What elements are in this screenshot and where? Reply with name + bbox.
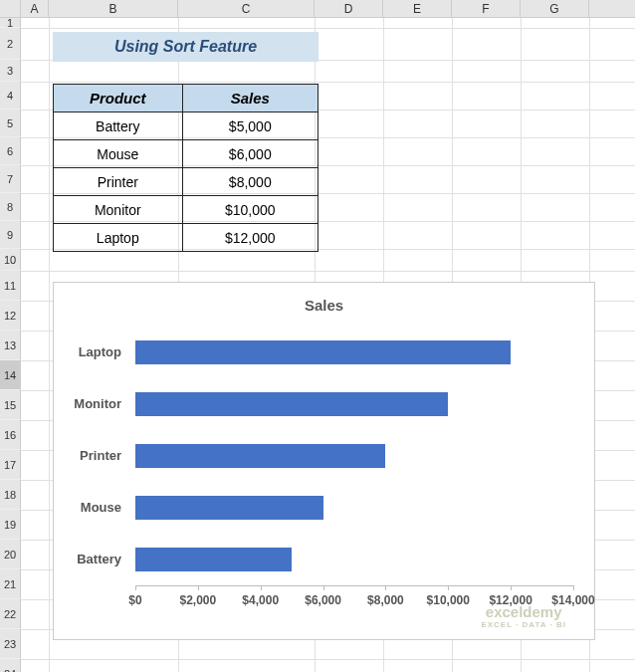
col-header-F[interactable]: F: [452, 0, 521, 17]
chart-category-label: Printer: [54, 448, 121, 463]
chart-bar[interactable]: [135, 496, 323, 520]
chart-category-label: Monitor: [54, 396, 121, 411]
chart-bar[interactable]: [135, 548, 292, 571]
table-row: Laptop$12,000: [54, 224, 318, 252]
table-row: Monitor$10,000: [54, 196, 318, 224]
chart-category-label: Battery: [54, 552, 121, 566]
col-header-B[interactable]: B: [49, 0, 178, 17]
chart-x-tick-label: $2,000: [179, 593, 216, 607]
chart-title: Sales: [54, 297, 594, 314]
spreadsheet-grid: A B C D E F G 12345678910111213141516171…: [0, 0, 635, 672]
cell-product[interactable]: Laptop: [54, 224, 183, 252]
row-header-12[interactable]: 12: [0, 301, 21, 331]
chart-plot-area: [135, 327, 573, 585]
col-header-A[interactable]: A: [21, 0, 49, 17]
row-header-15[interactable]: 15: [0, 390, 21, 420]
watermark-brand: exceldemy: [481, 603, 566, 620]
row-header-21[interactable]: 21: [0, 569, 21, 599]
page-title: Using Sort Feature: [53, 32, 318, 62]
table-row: Mouse$6,000: [54, 140, 318, 168]
chart-x-tick-label: $10,000: [427, 593, 470, 607]
row-header-14[interactable]: 14: [0, 360, 21, 390]
cell-sales[interactable]: $8,000: [182, 168, 318, 196]
bar-chart[interactable]: Sales LaptopMonitorPrinterMouseBattery $…: [53, 282, 595, 640]
cell-sales[interactable]: $5,000: [182, 112, 318, 140]
header-product[interactable]: Product: [54, 85, 183, 112]
row-header-9[interactable]: 9: [0, 221, 21, 249]
table-row: Printer$8,000: [54, 168, 318, 196]
watermark: exceldemy EXCEL · DATA · BI: [481, 603, 566, 629]
cell-product[interactable]: Printer: [54, 168, 183, 196]
row-header-18[interactable]: 18: [0, 480, 21, 510]
row-header-23[interactable]: 23: [0, 629, 21, 659]
col-header-C[interactable]: C: [178, 0, 315, 17]
chart-x-tick-label: $0: [128, 593, 141, 607]
row-header-24[interactable]: 24: [0, 659, 21, 672]
row-header-1[interactable]: 1: [0, 18, 21, 28]
cell-sales[interactable]: $6,000: [182, 140, 318, 168]
chart-x-tick-label: $8,000: [367, 593, 404, 607]
column-header-row: A B C D E F G: [0, 0, 635, 18]
chart-category-label: Laptop: [54, 344, 121, 359]
select-all-corner[interactable]: [0, 0, 21, 17]
row-header-19[interactable]: 19: [0, 510, 21, 540]
row-header-10[interactable]: 10: [0, 249, 21, 271]
chart-x-tick-label: $4,000: [242, 593, 279, 607]
row-header-7[interactable]: 7: [0, 165, 21, 193]
chart-category-label: Mouse: [54, 500, 121, 515]
row-header-16[interactable]: 16: [0, 420, 21, 450]
row-header-4[interactable]: 4: [0, 82, 21, 110]
cell-product[interactable]: Battery: [54, 112, 183, 140]
chart-bar[interactable]: [135, 392, 448, 416]
cell-product[interactable]: Monitor: [54, 196, 183, 224]
col-header-E[interactable]: E: [383, 0, 452, 17]
watermark-sub: EXCEL · DATA · BI: [481, 620, 566, 629]
row-header-8[interactable]: 8: [0, 193, 21, 221]
cell-product[interactable]: Mouse: [54, 140, 183, 168]
chart-bar[interactable]: [135, 444, 385, 468]
cell-sales[interactable]: $12,000: [182, 224, 318, 252]
table-header-row: Product Sales: [54, 85, 318, 112]
col-header-D[interactable]: D: [315, 0, 383, 17]
row-header-3[interactable]: 3: [0, 60, 21, 82]
chart-y-labels: LaptopMonitorPrinterMouseBattery: [54, 327, 129, 585]
chart-x-tick-label: $6,000: [305, 593, 341, 607]
row-header-13[interactable]: 13: [0, 331, 21, 360]
row-header-17[interactable]: 17: [0, 450, 21, 480]
row-header-22[interactable]: 22: [0, 599, 21, 629]
header-sales[interactable]: Sales: [182, 85, 318, 112]
row-header-2[interactable]: 2: [0, 28, 21, 60]
chart-bar[interactable]: [135, 340, 511, 364]
row-header-6[interactable]: 6: [0, 137, 21, 165]
chart-x-axis: [135, 585, 573, 586]
col-header-G[interactable]: G: [521, 0, 589, 17]
cell-sales[interactable]: $10,000: [182, 196, 318, 224]
data-table: Product Sales Battery$5,000Mouse$6,000Pr…: [53, 84, 318, 252]
table-row: Battery$5,000: [54, 112, 318, 140]
row-header-11[interactable]: 11: [0, 271, 21, 301]
row-header-20[interactable]: 20: [0, 540, 21, 569]
row-header-5[interactable]: 5: [0, 110, 21, 137]
